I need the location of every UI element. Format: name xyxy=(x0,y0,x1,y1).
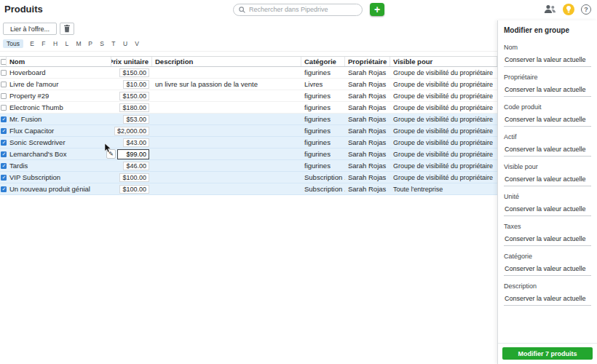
price-cell[interactable]: $10.00 xyxy=(123,80,149,89)
bulk-select-unite[interactable]: Conserver la valeur actuelle xyxy=(504,203,591,216)
product-name[interactable]: Flux Capacitor xyxy=(7,125,111,136)
table-row[interactable]: Tardis $46.00 figurines Sarah Rojas Grou… xyxy=(0,160,497,172)
table-row[interactable]: Electronic Thumb $180.00 figurines Sarah… xyxy=(0,102,497,114)
price-cell[interactable]: $150.00 xyxy=(119,92,149,100)
help-icon[interactable]: ? xyxy=(581,4,591,15)
table-row[interactable]: Mr. Fusion $53.00 figurines Sarah Rojas … xyxy=(0,114,497,125)
product-name[interactable]: Hoverboard xyxy=(7,67,111,78)
users-icon[interactable] xyxy=(544,4,556,14)
product-name[interactable]: Sonic Screwdriver xyxy=(7,137,111,148)
product-name[interactable]: Livre de l'amour xyxy=(7,79,111,90)
description-cell xyxy=(152,125,301,136)
bulk-field-code-produit: Code produit Conserver la valeur actuell… xyxy=(504,103,591,127)
alphabet-filter: Tous E F H L M P S T U V xyxy=(0,37,497,52)
description-cell xyxy=(152,183,301,194)
price-cell[interactable]: $100.00 xyxy=(119,173,149,182)
bulk-select-visible-pour[interactable]: Conserver la valeur actuelle xyxy=(504,173,591,186)
category-cell: figurines xyxy=(301,102,345,113)
column-header-description[interactable]: Description xyxy=(152,57,301,66)
category-cell: Livres xyxy=(301,79,345,90)
alpha-filter-h[interactable]: H xyxy=(50,40,61,47)
row-checkbox[interactable] xyxy=(1,105,7,111)
product-name[interactable]: Un nouveau produit génial xyxy=(7,183,111,194)
table-row[interactable]: Sonic Screwdriver $43.00 figurines Sarah… xyxy=(0,137,497,149)
edit-pencil-icon[interactable]: ✎ xyxy=(106,149,116,159)
visible-cell: Groupe de visibilité du propriétaire xyxy=(390,137,497,148)
visible-cell: Groupe de visibilité du propriétaire xyxy=(390,125,497,136)
column-header-name[interactable]: Nom xyxy=(7,57,111,66)
delete-button[interactable] xyxy=(60,23,74,35)
row-checkbox[interactable] xyxy=(1,186,7,192)
bulk-select-nom[interactable]: Conserver la valeur actuelle xyxy=(504,54,591,67)
price-cell[interactable]: $180.00 xyxy=(119,103,149,112)
bulk-field-proprietaire: Propriétaire Conserver la valeur actuell… xyxy=(504,74,591,97)
price-edit-input[interactable] xyxy=(117,149,149,159)
column-header-visible[interactable]: Visible pour xyxy=(390,57,497,66)
column-header-category[interactable]: Catégorie xyxy=(301,57,345,66)
row-checkbox[interactable] xyxy=(1,175,7,181)
alpha-filter-e[interactable]: E xyxy=(26,40,38,47)
bulk-select-code-produit[interactable]: Conserver la valeur actuelle xyxy=(504,114,591,127)
row-checkbox[interactable] xyxy=(1,140,7,146)
bulk-field-visible-pour: Visible pour Conserver la valeur actuell… xyxy=(504,163,591,186)
row-checkbox[interactable] xyxy=(1,116,7,122)
field-label: Description xyxy=(504,282,591,290)
table-row[interactable]: Property #29 $150.00 figurines Sarah Roj… xyxy=(0,90,497,102)
table-row[interactable]: Hoverboard $150.00 figurines Sarah Rojas… xyxy=(0,67,497,79)
list-toolbar: Lier à l'offre... xyxy=(0,19,497,37)
alpha-filter-all[interactable]: Tous xyxy=(3,39,23,48)
search-icon xyxy=(239,7,245,13)
alpha-filter-u[interactable]: U xyxy=(119,40,131,47)
bulk-submit-button[interactable]: Modifier 7 produits xyxy=(502,347,593,360)
price-cell[interactable]: $2,000.00 xyxy=(114,127,149,135)
row-checkbox[interactable] xyxy=(1,93,7,99)
row-checkbox[interactable] xyxy=(1,163,7,169)
product-name[interactable]: Tardis xyxy=(7,160,111,171)
product-name[interactable]: Electronic Thumb xyxy=(7,102,111,113)
table-row[interactable]: Flux Capacitor $2,000.00 figurines Sarah… xyxy=(0,125,497,137)
row-checkbox[interactable] xyxy=(1,82,7,87)
table-row[interactable]: VIP Subscription $100.00 Subscription ..… xyxy=(0,172,497,183)
bulk-select-proprietaire[interactable]: Conserver la valeur actuelle xyxy=(504,84,591,97)
price-cell[interactable]: $150.00 xyxy=(119,68,149,77)
price-cell[interactable]: $100.00 xyxy=(119,185,149,194)
table-row[interactable]: Livre de l'amour $10.00 un livre sur la … xyxy=(0,79,497,90)
column-header-owner[interactable]: Propriétaire xyxy=(345,57,390,66)
select-all-checkbox[interactable] xyxy=(1,59,7,65)
field-label: Unité xyxy=(504,193,591,200)
alpha-filter-p[interactable]: P xyxy=(84,40,96,47)
alpha-filter-m[interactable]: M xyxy=(73,40,84,47)
quick-add-button[interactable]: + xyxy=(370,3,384,16)
table-row[interactable]: Lemarchand's Box ✎ figurines Sarah Rojas… xyxy=(0,149,497,160)
price-cell[interactable]: $46.00 xyxy=(123,162,149,170)
product-name[interactable]: Mr. Fusion xyxy=(7,114,111,124)
row-checkbox[interactable] xyxy=(1,128,7,134)
category-cell: figurines xyxy=(301,149,345,159)
price-cell[interactable]: $53.00 xyxy=(123,115,149,124)
global-search[interactable] xyxy=(233,4,363,16)
product-name[interactable]: Property #29 xyxy=(7,90,111,101)
alpha-filter-l[interactable]: L xyxy=(61,40,73,47)
suggestions-lightbulb-icon[interactable] xyxy=(563,4,574,15)
alpha-filter-v[interactable]: V xyxy=(131,40,143,47)
product-name[interactable]: VIP Subscription xyxy=(7,172,111,183)
category-cell: figurines xyxy=(301,137,345,148)
column-header-price[interactable]: Prix unitaire xyxy=(111,57,152,66)
bulk-select-categorie[interactable]: Conserver la valeur actuelle xyxy=(504,263,591,276)
row-checkbox[interactable] xyxy=(1,151,7,157)
search-input[interactable] xyxy=(249,6,357,13)
alpha-filter-f[interactable]: F xyxy=(38,40,50,47)
alpha-filter-t[interactable]: T xyxy=(108,40,119,47)
bulk-select-actif[interactable]: Conserver la valeur actuelle xyxy=(504,143,591,157)
table-row[interactable]: Un nouveau produit génial $100.00 Subscr… xyxy=(0,183,497,195)
description-cell xyxy=(152,114,301,124)
product-name[interactable]: Lemarchand's Box xyxy=(7,149,111,159)
field-label: Catégorie xyxy=(504,253,591,260)
row-checkbox[interactable] xyxy=(1,70,7,76)
bulk-field-description: Description Conserver la valeur actuelle xyxy=(504,282,591,306)
bulk-select-taxes[interactable]: Conserver la valeur actuelle xyxy=(504,233,591,246)
link-to-deal-button[interactable]: Lier à l'offre... xyxy=(3,23,57,35)
price-cell[interactable]: $43.00 xyxy=(123,138,149,147)
bulk-select-description[interactable]: Conserver la valeur actuelle xyxy=(504,293,591,306)
alpha-filter-s[interactable]: S xyxy=(96,40,108,47)
